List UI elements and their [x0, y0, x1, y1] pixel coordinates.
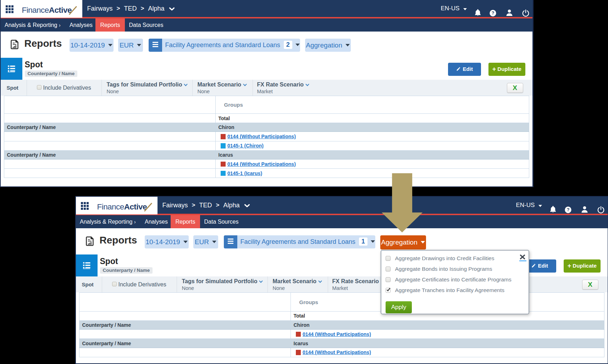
svg-text:?: ?: [491, 11, 494, 16]
svg-text:?: ?: [566, 207, 569, 212]
